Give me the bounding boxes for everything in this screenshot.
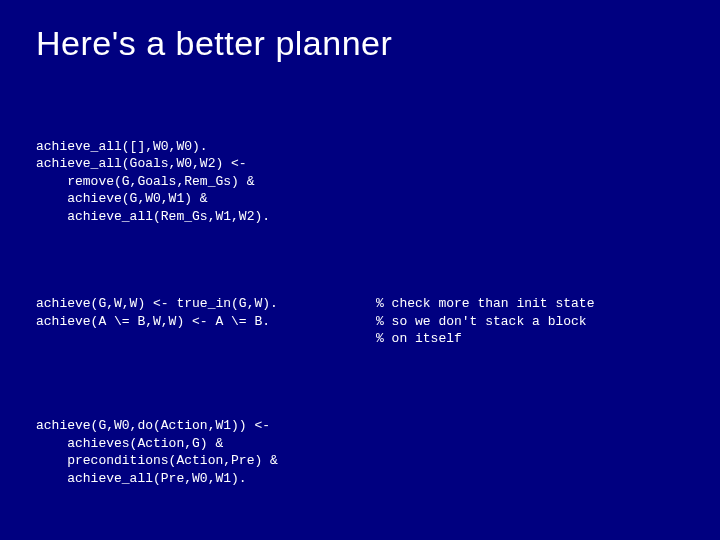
code-area: achieve_all([],W0,W0). achieve_all(Goals… — [36, 85, 684, 540]
code-block-1: achieve_all([],W0,W0). achieve_all(Goals… — [36, 138, 684, 226]
code-block-3: achieve(G,W0,do(Action,W1)) <- achieves(… — [36, 417, 684, 487]
slide: Here's a better planner achieve_all([],W… — [0, 0, 720, 540]
slide-title: Here's a better planner — [36, 24, 684, 63]
code-block-2-left: achieve(G,W,W) <- true_in(G,W). achieve(… — [36, 295, 376, 348]
code-block-2-right: % check more than init state % so we don… — [376, 295, 684, 348]
code-block-2: achieve(G,W,W) <- true_in(G,W). achieve(… — [36, 295, 684, 348]
